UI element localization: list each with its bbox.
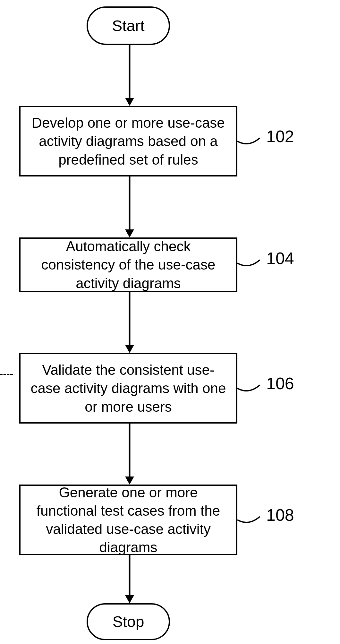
- label-102: 102: [266, 127, 294, 146]
- process-108: Generate one or more functional test cas…: [19, 485, 237, 555]
- leader-104: [237, 257, 266, 276]
- stop-label: Stop: [113, 613, 144, 631]
- svg-marker-3: [125, 229, 134, 237]
- leader-108: [237, 513, 266, 533]
- process-104: Automatically check consistency of the u…: [19, 237, 237, 292]
- process-102: Develop one or more use-case activity di…: [19, 106, 237, 176]
- label-106: 106: [266, 374, 294, 393]
- svg-marker-9: [125, 595, 134, 603]
- process-104-text: Automatically check consistency of the u…: [30, 237, 227, 292]
- arrow-102-to-104: [128, 176, 132, 237]
- process-106: Validate the consistent use-case activit…: [19, 353, 237, 424]
- process-102-text: Develop one or more use-case activity di…: [30, 114, 227, 169]
- scan-artifact-left: [0, 374, 13, 375]
- arrow-104-to-106: [128, 292, 132, 353]
- flowchart: { "nodes": { "start": { "text": "Start" …: [0, 0, 340, 644]
- svg-marker-5: [125, 345, 134, 353]
- label-108: 108: [266, 505, 294, 525]
- start-label: Start: [112, 17, 144, 35]
- svg-marker-1: [125, 98, 134, 106]
- start-terminal: Start: [87, 6, 170, 45]
- process-108-text: Generate one or more functional test cas…: [30, 483, 227, 557]
- leader-106: [237, 382, 266, 401]
- leader-102: [237, 135, 266, 154]
- process-106-text: Validate the consistent use-case activit…: [30, 361, 227, 416]
- arrow-start-to-102: [128, 45, 132, 106]
- arrow-108-to-stop: [128, 555, 132, 603]
- label-104: 104: [266, 249, 294, 268]
- stop-terminal: Stop: [87, 603, 170, 640]
- arrow-106-to-108: [128, 424, 132, 485]
